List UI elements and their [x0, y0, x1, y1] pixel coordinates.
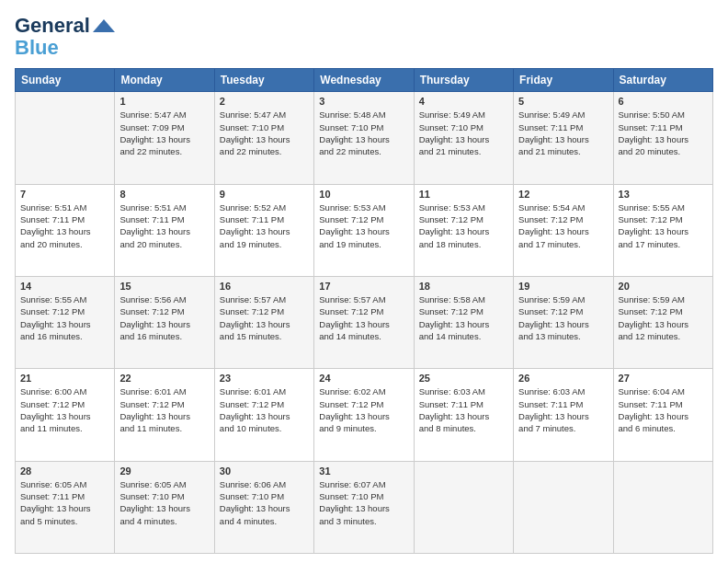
- header: General Blue: [15, 15, 713, 59]
- day-cell: 6Sunrise: 5:50 AM Sunset: 7:11 PM Daylig…: [613, 92, 712, 184]
- day-info: Sunrise: 5:51 AM Sunset: 7:11 PM Dayligh…: [20, 201, 109, 250]
- logo-blue: Blue: [15, 37, 118, 59]
- day-info: Sunrise: 5:54 AM Sunset: 7:12 PM Dayligh…: [518, 201, 608, 250]
- day-cell: 26Sunrise: 6:03 AM Sunset: 7:11 PM Dayli…: [514, 369, 613, 461]
- day-cell: [514, 461, 613, 553]
- day-cell: 14Sunrise: 5:55 AM Sunset: 7:12 PM Dayli…: [16, 277, 115, 369]
- day-number: 19: [518, 281, 608, 292]
- day-info: Sunrise: 6:01 AM Sunset: 7:12 PM Dayligh…: [220, 385, 309, 434]
- day-number: 8: [119, 189, 209, 200]
- day-number: 16: [220, 281, 309, 292]
- day-number: 7: [20, 189, 109, 200]
- day-info: Sunrise: 5:57 AM Sunset: 7:12 PM Dayligh…: [220, 293, 309, 342]
- day-cell: 2Sunrise: 5:47 AM Sunset: 7:10 PM Daylig…: [214, 92, 313, 184]
- day-cell: 30Sunrise: 6:06 AM Sunset: 7:10 PM Dayli…: [214, 461, 313, 553]
- day-cell: 4Sunrise: 5:49 AM Sunset: 7:10 PM Daylig…: [414, 92, 513, 184]
- week-row-2: 7Sunrise: 5:51 AM Sunset: 7:11 PM Daylig…: [16, 184, 713, 276]
- day-number: 30: [220, 465, 309, 477]
- day-number: 23: [220, 373, 309, 384]
- day-info: Sunrise: 5:53 AM Sunset: 7:12 PM Dayligh…: [419, 201, 508, 250]
- day-info: Sunrise: 5:59 AM Sunset: 7:12 PM Dayligh…: [518, 293, 608, 342]
- day-info: Sunrise: 5:51 AM Sunset: 7:11 PM Dayligh…: [119, 201, 209, 250]
- day-cell: 19Sunrise: 5:59 AM Sunset: 7:12 PM Dayli…: [514, 277, 613, 369]
- day-number: 31: [319, 465, 408, 477]
- day-number: 20: [619, 281, 708, 292]
- col-header-wednesday: Wednesday: [314, 69, 414, 92]
- day-number: 29: [119, 465, 209, 477]
- day-number: 9: [220, 189, 309, 200]
- day-number: 10: [319, 189, 408, 200]
- week-row-5: 28Sunrise: 6:05 AM Sunset: 7:11 PM Dayli…: [16, 461, 713, 553]
- day-cell: 16Sunrise: 5:57 AM Sunset: 7:12 PM Dayli…: [214, 277, 313, 369]
- day-cell: 9Sunrise: 5:52 AM Sunset: 7:11 PM Daylig…: [214, 184, 313, 276]
- day-cell: [414, 461, 513, 553]
- day-cell: 28Sunrise: 6:05 AM Sunset: 7:11 PM Dayli…: [16, 461, 115, 553]
- day-number: 28: [20, 465, 109, 477]
- day-info: Sunrise: 5:53 AM Sunset: 7:12 PM Dayligh…: [319, 201, 408, 250]
- week-row-1: 1Sunrise: 5:47 AM Sunset: 7:09 PM Daylig…: [16, 92, 713, 184]
- week-row-4: 21Sunrise: 6:00 AM Sunset: 7:12 PM Dayli…: [16, 369, 713, 461]
- day-cell: 25Sunrise: 6:03 AM Sunset: 7:11 PM Dayli…: [414, 369, 513, 461]
- day-info: Sunrise: 5:47 AM Sunset: 7:09 PM Dayligh…: [119, 109, 209, 157]
- day-cell: 24Sunrise: 6:02 AM Sunset: 7:12 PM Dayli…: [314, 369, 414, 461]
- day-number: 25: [419, 373, 508, 384]
- day-number: 1: [119, 96, 209, 107]
- col-header-sunday: Sunday: [16, 69, 115, 92]
- day-number: 5: [518, 96, 608, 107]
- day-info: Sunrise: 5:59 AM Sunset: 7:12 PM Dayligh…: [619, 293, 708, 342]
- logo-text: General: [15, 15, 118, 37]
- day-info: Sunrise: 6:06 AM Sunset: 7:10 PM Dayligh…: [220, 478, 309, 527]
- day-cell: [613, 461, 712, 553]
- day-number: 21: [20, 373, 109, 384]
- day-cell: 20Sunrise: 5:59 AM Sunset: 7:12 PM Dayli…: [613, 277, 712, 369]
- col-header-monday: Monday: [115, 69, 214, 92]
- day-info: Sunrise: 5:48 AM Sunset: 7:10 PM Dayligh…: [319, 109, 408, 157]
- day-number: 3: [319, 96, 408, 107]
- header-row: SundayMondayTuesdayWednesdayThursdayFrid…: [16, 69, 713, 92]
- day-cell: 15Sunrise: 5:56 AM Sunset: 7:12 PM Dayli…: [115, 277, 214, 369]
- day-cell: 11Sunrise: 5:53 AM Sunset: 7:12 PM Dayli…: [414, 184, 513, 276]
- day-number: 17: [319, 281, 408, 292]
- day-info: Sunrise: 6:05 AM Sunset: 7:11 PM Dayligh…: [20, 478, 109, 527]
- day-cell: 23Sunrise: 6:01 AM Sunset: 7:12 PM Dayli…: [214, 369, 313, 461]
- day-cell: 31Sunrise: 6:07 AM Sunset: 7:10 PM Dayli…: [314, 461, 414, 553]
- day-number: 24: [319, 373, 408, 384]
- day-info: Sunrise: 6:02 AM Sunset: 7:12 PM Dayligh…: [319, 385, 408, 434]
- day-info: Sunrise: 5:56 AM Sunset: 7:12 PM Dayligh…: [119, 293, 209, 342]
- day-info: Sunrise: 6:05 AM Sunset: 7:10 PM Dayligh…: [119, 478, 209, 527]
- day-cell: 10Sunrise: 5:53 AM Sunset: 7:12 PM Dayli…: [314, 184, 414, 276]
- day-info: Sunrise: 5:47 AM Sunset: 7:10 PM Dayligh…: [220, 109, 309, 157]
- day-cell: 13Sunrise: 5:55 AM Sunset: 7:12 PM Dayli…: [613, 184, 712, 276]
- day-info: Sunrise: 5:49 AM Sunset: 7:11 PM Dayligh…: [518, 109, 608, 157]
- day-number: 15: [119, 281, 209, 292]
- logo: General Blue: [15, 15, 118, 59]
- day-number: 12: [518, 189, 608, 200]
- day-info: Sunrise: 5:52 AM Sunset: 7:11 PM Dayligh…: [220, 201, 309, 250]
- day-cell: 27Sunrise: 6:04 AM Sunset: 7:11 PM Dayli…: [613, 369, 712, 461]
- day-cell: 21Sunrise: 6:00 AM Sunset: 7:12 PM Dayli…: [16, 369, 115, 461]
- day-cell: 7Sunrise: 5:51 AM Sunset: 7:11 PM Daylig…: [16, 184, 115, 276]
- day-number: 13: [619, 189, 708, 200]
- day-info: Sunrise: 6:01 AM Sunset: 7:12 PM Dayligh…: [119, 385, 209, 434]
- col-header-friday: Friday: [514, 69, 613, 92]
- col-header-thursday: Thursday: [414, 69, 513, 92]
- day-info: Sunrise: 5:50 AM Sunset: 7:11 PM Dayligh…: [619, 109, 708, 157]
- day-info: Sunrise: 6:03 AM Sunset: 7:11 PM Dayligh…: [518, 385, 608, 434]
- day-info: Sunrise: 5:58 AM Sunset: 7:12 PM Dayligh…: [419, 293, 508, 342]
- day-info: Sunrise: 5:57 AM Sunset: 7:12 PM Dayligh…: [319, 293, 408, 342]
- day-cell: 5Sunrise: 5:49 AM Sunset: 7:11 PM Daylig…: [514, 92, 613, 184]
- day-cell: 29Sunrise: 6:05 AM Sunset: 7:10 PM Dayli…: [115, 461, 214, 553]
- calendar-table: SundayMondayTuesdayWednesdayThursdayFrid…: [15, 68, 713, 554]
- day-cell: 17Sunrise: 5:57 AM Sunset: 7:12 PM Dayli…: [314, 277, 414, 369]
- day-number: 4: [419, 96, 508, 107]
- day-info: Sunrise: 6:04 AM Sunset: 7:11 PM Dayligh…: [619, 385, 708, 434]
- day-number: 18: [419, 281, 508, 292]
- logo-icon: [91, 17, 117, 36]
- page: General Blue SundayMondayTuesdayWednesda…: [0, 0, 728, 563]
- svg-marker-0: [93, 19, 115, 32]
- week-row-3: 14Sunrise: 5:55 AM Sunset: 7:12 PM Dayli…: [16, 277, 713, 369]
- day-cell: 22Sunrise: 6:01 AM Sunset: 7:12 PM Dayli…: [115, 369, 214, 461]
- day-info: Sunrise: 5:55 AM Sunset: 7:12 PM Dayligh…: [20, 293, 109, 342]
- day-info: Sunrise: 5:55 AM Sunset: 7:12 PM Dayligh…: [619, 201, 708, 250]
- day-info: Sunrise: 6:07 AM Sunset: 7:10 PM Dayligh…: [319, 478, 408, 527]
